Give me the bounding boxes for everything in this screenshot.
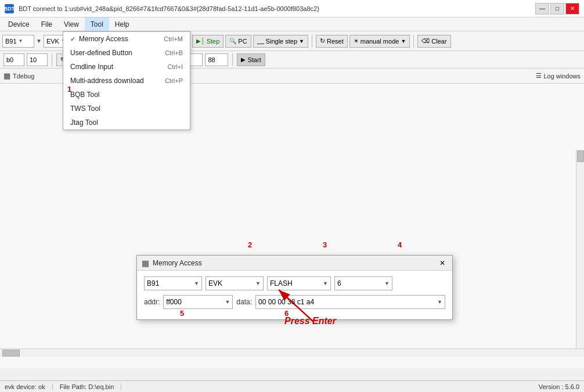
tool-dropdown-menu: Memory Access Ctrl+M User-defined Button… <box>63 31 190 130</box>
data-input[interactable]: 00 00 00 38 c1 a4 ▼ <box>255 295 445 309</box>
dialog-row-2: addr: ff000 ▼ data: 00 00 00 38 c1 a4 ▼ <box>144 295 445 309</box>
chip-select-toolbar[interactable]: B91 ▼ <box>2 35 34 48</box>
maximize-button[interactable]: □ <box>550 3 564 15</box>
log-windows-label: Log windows <box>543 73 581 80</box>
close-button[interactable]: ✕ <box>565 3 579 15</box>
reset-button[interactable]: ↻ Reset <box>316 35 348 48</box>
minimize-button[interactable]: — <box>535 3 549 15</box>
status-bar: evk device: ok File Path: D:\eq.bin Vers… <box>0 380 584 392</box>
horizontal-scrollbar[interactable] <box>0 348 584 357</box>
pc-button[interactable]: 🔍 PC <box>225 35 251 48</box>
window-title: BDT connect to 1:usb#vid_248a&pid_8266#7… <box>19 5 531 12</box>
menu-item-cmdline-input[interactable]: Cmdline Input Ctrl+I <box>63 60 190 74</box>
file-path-status: File Path: D:\eq.bin <box>60 383 122 390</box>
tdebug-label: Tdebug <box>13 73 34 80</box>
menu-file[interactable]: File <box>35 17 58 31</box>
dialog-row-1: B91 ▼ EVK ▼ FLASH ▼ 6 ▼ <box>144 276 445 290</box>
h-scroll-thumb[interactable] <box>2 350 20 357</box>
toolbar-separator-3 <box>312 35 312 48</box>
data-label: data: <box>236 298 252 306</box>
log-windows-item[interactable]: ☰ Log windows <box>536 72 581 80</box>
addr-input[interactable]: ff000 ▼ <box>163 295 233 309</box>
scroll-thumb[interactable] <box>577 150 584 162</box>
stall-val2[interactable] <box>205 53 228 66</box>
toolbar2-sep1 <box>52 53 52 66</box>
menu-view[interactable]: View <box>58 17 85 31</box>
annotation-3: 3 <box>323 240 327 249</box>
version-status: Version : 5.6.0 <box>539 383 579 390</box>
menu-item-multi-address-download[interactable]: Multi-address download Ctrl+P <box>63 74 190 88</box>
memory-access-dialog: ▦ Memory Access ✕ B91 ▼ EVK ▼ FLASH <box>136 255 453 320</box>
dialog-title-bar: ▦ Memory Access ✕ <box>137 256 452 271</box>
menu-item-jtag-tool[interactable]: Jtag Tool <box>63 116 190 130</box>
toolbar2-sep3 <box>232 53 233 66</box>
toolbar-separator-4 <box>413 35 414 48</box>
addr-label: addr: <box>144 298 160 306</box>
window-controls: — □ ✕ <box>535 3 579 15</box>
menu-item-user-defined-button[interactable]: User-defined Button Ctrl+B <box>63 46 190 60</box>
dialog-title-text: Memory Access <box>153 259 434 267</box>
vertical-scrollbar[interactable] <box>576 150 584 348</box>
num-input[interactable] <box>27 53 48 66</box>
length-select[interactable]: 6 ▼ <box>334 276 392 290</box>
title-bar: BDT BDT connect to 1:usb#vid_248a&pid_82… <box>0 0 584 17</box>
app-icon: BDT <box>5 4 14 13</box>
step-button[interactable]: ▶│ Step <box>192 35 223 48</box>
dialog-body: B91 ▼ EVK ▼ FLASH ▼ 6 ▼ <box>137 271 452 319</box>
annotation-4: 4 <box>398 240 402 249</box>
log-windows-icon: ☰ <box>536 72 542 80</box>
menu-help[interactable]: Help <box>109 17 135 31</box>
chip-select[interactable]: B91 ▼ <box>144 276 202 290</box>
menu-device[interactable]: Device <box>2 17 35 31</box>
menu-item-bqb-tool[interactable]: BQB Tool <box>63 88 190 102</box>
evk-status: evk device: ok <box>5 383 53 390</box>
b0-input[interactable] <box>3 53 24 66</box>
tdebug-item[interactable]: ▦ Tdebug <box>3 71 34 80</box>
dialog-icon: ▦ <box>142 258 149 268</box>
manual-mode-button[interactable]: ☀ manual mode ▼ <box>349 35 410 48</box>
clear-button[interactable]: ⌫ Clear <box>417 35 450 48</box>
annotation-2: 2 <box>248 240 252 249</box>
tdebug-icon: ▦ <box>3 71 11 80</box>
menu-item-memory-access[interactable]: Memory Access Ctrl+M <box>63 32 190 46</box>
memory-type-select[interactable]: FLASH ▼ <box>267 276 331 290</box>
toolbar-arrow-icon: ▼ <box>36 38 42 44</box>
menu-bar: Device File View Tool Help Memory Access… <box>0 17 584 31</box>
start-button[interactable]: ▶ Start <box>237 53 265 66</box>
menu-tool[interactable]: Tool <box>85 17 109 31</box>
interface-select[interactable]: EVK ▼ <box>206 276 264 290</box>
single-step-button[interactable]: ⎯⎯ Single step ▼ <box>253 35 308 48</box>
dialog-close-button[interactable]: ✕ <box>437 258 448 268</box>
menu-item-tws-tool[interactable]: TWS Tool <box>63 102 190 116</box>
